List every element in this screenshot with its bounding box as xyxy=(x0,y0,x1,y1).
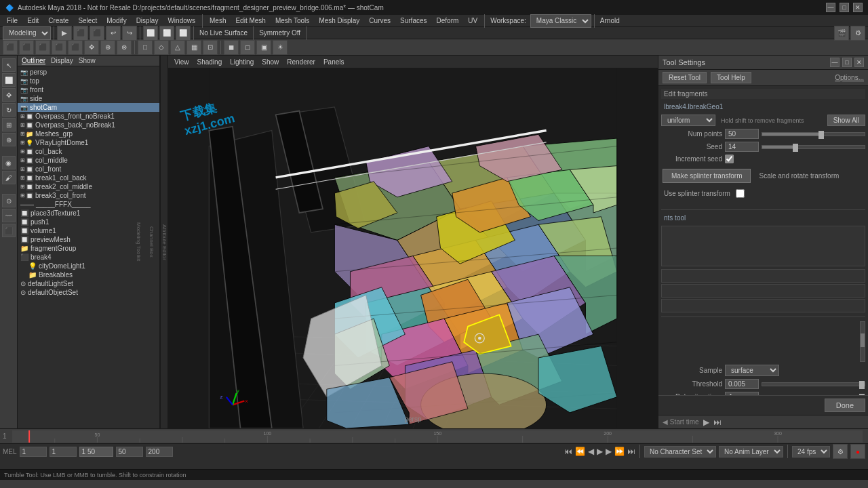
outliner-item-overpass-back[interactable]: ⊞ 🔲 Overpass_back_noBreak1 xyxy=(18,121,159,129)
outliner-item-colfront[interactable]: ⊞ 🔲 col_front xyxy=(18,165,159,174)
paint-tool[interactable]: 🖌 xyxy=(2,171,16,184)
sample-dropdown[interactable]: surface xyxy=(725,365,779,376)
auto-key-btn[interactable]: ● xyxy=(850,444,865,459)
threshold-slider[interactable] xyxy=(762,382,865,386)
tool-j[interactable]: ◇ xyxy=(154,40,169,55)
outliner-item-break2[interactable]: ⊞ 🔲 break2_col_middle xyxy=(18,182,159,191)
tool-btn-3[interactable]: ⬛ xyxy=(90,26,104,41)
outliner-item-citydome[interactable]: 💡 cityDomeLight1 xyxy=(18,262,159,270)
soft-select[interactable]: ◉ xyxy=(2,156,16,169)
tool-lasso[interactable]: ⬜ xyxy=(159,26,174,41)
tool-f[interactable]: ✥ xyxy=(84,40,99,55)
show-tab[interactable]: Show xyxy=(79,57,96,64)
menu-uv[interactable]: UV xyxy=(464,16,481,25)
tool-btn-5[interactable]: ↪ xyxy=(122,26,137,41)
move-tool[interactable]: ✥ xyxy=(2,88,16,102)
menu-curves[interactable]: Curves xyxy=(365,16,395,25)
mode-dropdown-rp[interactable]: uniform xyxy=(661,115,715,126)
tool-c[interactable]: ⬛ xyxy=(35,40,50,55)
seed-input[interactable] xyxy=(725,142,759,152)
tool-btn-2[interactable]: ⬛ xyxy=(73,26,88,41)
tool-d[interactable]: ⬛ xyxy=(52,40,66,55)
fps-dropdown[interactable]: 24 fps xyxy=(792,446,830,458)
outliner-item-front[interactable]: 📷 front xyxy=(18,85,159,94)
tool-k[interactable]: △ xyxy=(170,40,185,55)
tool-btn-4[interactable]: ↩ xyxy=(106,26,121,41)
viewport[interactable]: View Shading Lighting Show Renderer Pane… xyxy=(168,56,658,428)
goto-start-btn[interactable]: ⏮ xyxy=(564,447,572,456)
show-all-button[interactable]: Show All xyxy=(827,115,865,126)
outliner-item-fffx[interactable]: —— _____FFFX_____ xyxy=(18,200,159,209)
timeline-track[interactable]: 50 100 150 200 300 xyxy=(12,430,863,443)
tool-e[interactable]: ⬛ xyxy=(68,40,83,55)
settings-btn[interactable]: ⚙ xyxy=(850,26,865,41)
outliner-item-place3d[interactable]: 🔲 place3dTexture1 xyxy=(18,209,159,218)
outliner-item-defaultlightset[interactable]: ⊙ defaultLightSet xyxy=(18,279,159,288)
mode-dropdown[interactable]: Modeling xyxy=(3,26,51,40)
vp-menu-lighting[interactable]: Lighting xyxy=(226,58,257,66)
wireframe-btn[interactable]: ◻ xyxy=(240,40,255,55)
light-btn[interactable]: ☀ xyxy=(273,40,288,55)
outliner-item-persp[interactable]: 📷 persp xyxy=(18,68,159,77)
menu-display[interactable]: Display xyxy=(132,16,163,25)
tool-b[interactable]: ⬛ xyxy=(19,40,34,55)
outliner-item-break3[interactable]: ⊞ 🔲 break3_col_front xyxy=(18,191,159,200)
menu-mesh-tools[interactable]: Mesh Tools xyxy=(271,16,313,25)
vp-menu-show[interactable]: Show xyxy=(258,58,282,66)
menu-create[interactable]: Create xyxy=(44,16,73,25)
goto-end-btn[interactable]: ⏭ xyxy=(627,447,635,456)
options-link[interactable]: Options... xyxy=(835,74,864,81)
shading-btn[interactable]: ◼ xyxy=(224,40,239,55)
tool-a[interactable]: ⬛ xyxy=(3,40,18,55)
end-frame-input[interactable] xyxy=(116,447,143,457)
char-set-dropdown[interactable]: No Character Set xyxy=(644,446,716,458)
ts-maximize-btn[interactable]: □ xyxy=(842,58,852,67)
prev-key-btn[interactable]: ⏪ xyxy=(575,447,585,456)
anim-layer-dropdown[interactable]: No Anim Layer xyxy=(719,446,783,458)
num-points-input[interactable] xyxy=(725,129,759,139)
curve-tool[interactable]: 〰 xyxy=(2,209,16,222)
maximize-button[interactable]: □ xyxy=(840,3,849,12)
tool-m[interactable]: ⊡ xyxy=(203,40,218,55)
select-tool[interactable]: ↖ xyxy=(2,58,16,72)
snap-point[interactable]: ⊙ xyxy=(2,194,16,207)
display-tab[interactable]: Display xyxy=(51,57,73,64)
close-button[interactable]: ✕ xyxy=(853,3,863,12)
done-button[interactable]: Done xyxy=(825,399,865,412)
menu-mesh[interactable]: Mesh xyxy=(205,16,230,25)
outliner-item-meshes-grp[interactable]: ⊞ 📁 Meshes_grp xyxy=(18,129,159,138)
tool-select[interactable]: ⬜ xyxy=(143,26,158,41)
num-points-slider[interactable] xyxy=(762,132,865,136)
tool-h[interactable]: ⊗ xyxy=(117,40,132,55)
menu-select[interactable]: Select xyxy=(74,16,101,25)
tool-l[interactable]: ▦ xyxy=(186,40,201,55)
outliner-item-vraylight[interactable]: ⊞ 💡 VRayLightDome1 xyxy=(18,138,159,147)
universal-tool[interactable]: ⊕ xyxy=(2,133,16,146)
rotate-tool[interactable]: ↻ xyxy=(2,103,16,117)
play-btn[interactable]: ▶ xyxy=(597,447,603,456)
menu-edit-mesh[interactable]: Edit Mesh xyxy=(231,16,269,25)
menu-modify[interactable]: Modify xyxy=(102,16,130,25)
outliner-item-overpass-front[interactable]: ⊞ 🔲 Overpass_front_noBreak1 xyxy=(18,112,159,121)
tool-i[interactable]: □ xyxy=(138,40,153,55)
scrollbar-track[interactable] xyxy=(860,321,865,362)
end-btn-rp[interactable]: ⏭ xyxy=(713,418,722,427)
seed-slider[interactable] xyxy=(762,145,865,149)
settings-icon-btn[interactable]: ⚙ xyxy=(833,444,848,459)
ts-close-btn[interactable]: ✕ xyxy=(854,58,864,67)
menu-mesh-display[interactable]: Mesh Display xyxy=(315,16,363,25)
threshold-input[interactable] xyxy=(725,379,759,389)
relax-slider[interactable] xyxy=(762,395,865,396)
outliner-item-colmid[interactable]: ⊞ 🔲 col_middle xyxy=(18,156,159,165)
scale-tool[interactable]: ⊞ xyxy=(2,118,16,131)
menu-deform[interactable]: Deform xyxy=(433,16,463,25)
menu-windows[interactable]: Windows xyxy=(163,16,199,25)
make-splinter-button[interactable]: Make splinter transform xyxy=(663,169,751,183)
lasso-tool[interactable]: ⬜ xyxy=(2,73,16,87)
outliner-item-top[interactable]: 📷 top xyxy=(18,77,159,85)
outliner-item-shotcam[interactable]: 📷 shotCam xyxy=(18,103,159,112)
use-splinter-checkbox[interactable] xyxy=(736,189,745,198)
vp-menu-view[interactable]: View xyxy=(171,58,193,66)
outliner-tab[interactable]: Outliner xyxy=(22,57,45,64)
scrollbar-thumb[interactable] xyxy=(861,333,865,347)
